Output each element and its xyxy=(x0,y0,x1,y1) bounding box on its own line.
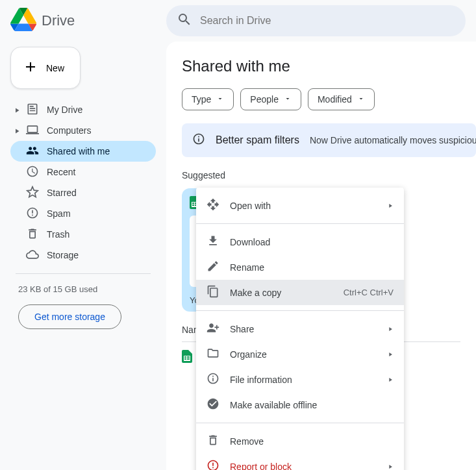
context-menu: Open withDownloadRenameMake a copyCtrl+C… xyxy=(196,188,404,470)
computers-icon xyxy=(26,123,39,138)
expand-icon[interactable] xyxy=(13,127,21,134)
menu-separator xyxy=(196,423,404,423)
submenu-arrow-icon xyxy=(387,324,394,334)
sidebar-item-trash[interactable]: Trash xyxy=(10,224,156,245)
sidebar-item-label: Starred xyxy=(47,188,77,198)
sidebar-item-label: Shared with me xyxy=(47,146,110,156)
menu-item-make-a-copy[interactable]: Make a copyCtrl+C Ctrl+V xyxy=(196,280,404,305)
starred-icon xyxy=(26,186,39,201)
banner-title: Better spam filters xyxy=(216,134,299,146)
menu-separator xyxy=(196,223,404,224)
logo[interactable]: Drive xyxy=(10,6,166,35)
sidebar-item-shared-with-me[interactable]: Shared with me xyxy=(10,141,156,162)
sidebar-item-my-drive[interactable]: My Drive xyxy=(10,99,156,120)
menu-item-share[interactable]: Share xyxy=(196,316,404,341)
filter-label: Type xyxy=(192,94,211,105)
spam-banner: Better spam filters Now Drive automatica… xyxy=(182,123,476,157)
caret-down-icon xyxy=(216,94,224,105)
trash-icon xyxy=(26,227,39,242)
suggested-label: Suggested xyxy=(182,170,476,180)
report-icon xyxy=(207,459,219,470)
submenu-arrow-icon xyxy=(387,462,394,471)
download-icon xyxy=(207,234,219,249)
filter-label: Modified xyxy=(318,94,352,105)
sidebar-item-recent[interactable]: Recent xyxy=(10,162,156,182)
share-icon xyxy=(207,321,219,336)
submenu-arrow-icon xyxy=(387,375,394,385)
filter-row: TypePeopleModified xyxy=(182,88,476,110)
menu-separator xyxy=(196,310,404,311)
drive-logo-icon xyxy=(10,6,36,35)
info-icon xyxy=(192,132,205,148)
app-name: Drive xyxy=(42,12,75,29)
info-icon xyxy=(207,372,219,387)
caret-down-icon xyxy=(284,94,292,105)
storage-icon xyxy=(26,248,39,263)
menu-item-label: Rename xyxy=(230,262,264,273)
submenu-arrow-icon xyxy=(387,201,394,211)
sidebar-item-storage[interactable]: Storage xyxy=(10,245,156,266)
remove-icon xyxy=(207,434,219,449)
sidebar-item-label: Spam xyxy=(47,208,71,219)
menu-item-label: Open with xyxy=(230,201,271,211)
menu-item-label: Share xyxy=(230,324,254,334)
menu-item-label: Make a copy xyxy=(230,288,281,298)
divider xyxy=(16,273,151,274)
sidebar-item-spam[interactable]: Spam xyxy=(10,203,156,224)
recent-icon xyxy=(26,165,39,180)
page-title: Shared with me xyxy=(182,57,476,75)
menu-item-make-available-offline[interactable]: Make available offline xyxy=(196,392,404,417)
filter-modified[interactable]: Modified xyxy=(308,88,375,110)
menu-item-download[interactable]: Download xyxy=(196,229,404,254)
menu-item-open-with[interactable]: Open with xyxy=(196,193,404,218)
filter-people[interactable]: People xyxy=(240,88,301,110)
menu-item-label: Organize xyxy=(230,349,267,360)
filter-type[interactable]: Type xyxy=(182,88,234,110)
menu-item-organize[interactable]: Organize xyxy=(196,341,404,367)
new-button-label: New xyxy=(46,63,64,73)
expand-icon[interactable] xyxy=(13,106,21,114)
copy-icon xyxy=(207,285,219,300)
search-icon xyxy=(177,12,192,30)
sidebar-item-label: Storage xyxy=(47,250,79,260)
plus-icon xyxy=(23,59,38,77)
menu-item-rename[interactable]: Rename xyxy=(196,254,404,280)
rename-icon xyxy=(207,260,219,275)
keyboard-shortcut: Ctrl+C Ctrl+V xyxy=(344,288,394,297)
shared-icon xyxy=(26,144,39,159)
search-input[interactable] xyxy=(200,15,455,27)
submenu-arrow-icon xyxy=(387,349,394,360)
search-bar[interactable] xyxy=(166,5,466,36)
offline-icon xyxy=(207,397,219,412)
sheets-icon xyxy=(182,350,192,365)
spam-icon xyxy=(26,206,39,221)
menu-item-report-or-block[interactable]: Report or block xyxy=(196,454,404,470)
sidebar: New My DriveComputersShared with meRecen… xyxy=(0,42,166,470)
header: Drive xyxy=(0,0,476,42)
menu-item-label: File information xyxy=(230,375,292,385)
new-button[interactable]: New xyxy=(10,47,81,89)
sidebar-item-label: Trash xyxy=(47,229,69,240)
banner-text: Now Drive automatically moves suspicious xyxy=(310,135,476,145)
storage-used-text: 23 KB of 15 GB used xyxy=(10,279,156,299)
menu-item-file-information[interactable]: File information xyxy=(196,367,404,392)
menu-item-label: Remove xyxy=(230,436,264,447)
sidebar-item-label: Recent xyxy=(47,167,75,177)
my-drive-icon xyxy=(26,103,39,117)
menu-item-remove[interactable]: Remove xyxy=(196,428,404,454)
open-with-icon xyxy=(207,198,219,213)
sidebar-item-label: My Drive xyxy=(47,105,82,115)
caret-down-icon xyxy=(357,94,365,105)
menu-item-label: Report or block xyxy=(230,462,292,471)
organize-icon xyxy=(207,347,219,362)
menu-item-label: Download xyxy=(230,237,270,247)
sidebar-item-computers[interactable]: Computers xyxy=(10,120,156,141)
sidebar-item-starred[interactable]: Starred xyxy=(10,182,156,203)
filter-label: People xyxy=(250,94,279,105)
menu-item-label: Make available offline xyxy=(230,400,317,410)
sidebar-item-label: Computers xyxy=(47,125,91,136)
get-storage-button[interactable]: Get more storage xyxy=(18,304,121,329)
